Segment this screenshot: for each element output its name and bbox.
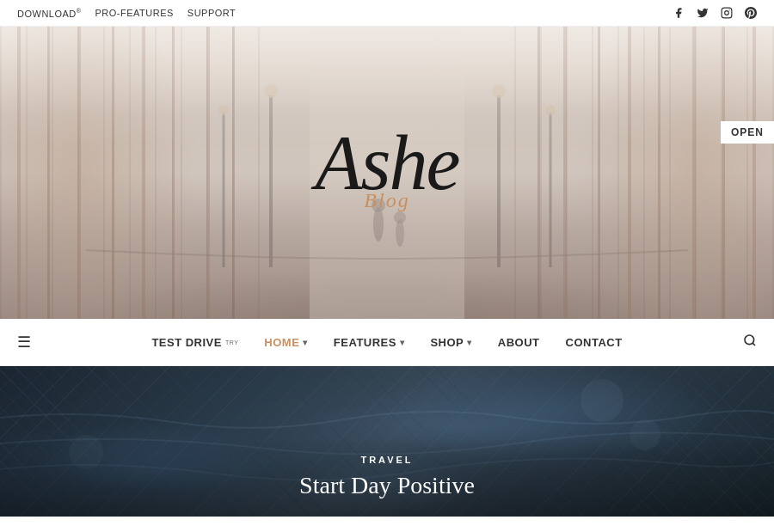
search-icon[interactable] (743, 333, 757, 351)
shop-chevron-icon: ▾ (467, 338, 472, 347)
svg-line-32 (752, 343, 755, 345)
svg-rect-6 (112, 27, 114, 319)
navbar-center: TEST DRIVETRY HOME ▾ FEATURES ▾ SHOP ▾ A… (31, 336, 743, 349)
top-bar-links: DOWNLOAD® PRO-FEATURES SUPPORT (17, 8, 236, 19)
svg-rect-14 (658, 27, 660, 319)
svg-rect-17 (563, 27, 567, 319)
nav-item-contact[interactable]: CONTACT (566, 336, 623, 349)
svg-point-26 (218, 105, 229, 115)
nav-item-testdrive[interactable]: TEST DRIVETRY (151, 336, 238, 349)
svg-rect-8 (172, 27, 175, 319)
nav-item-shop[interactable]: SHOP ▾ (430, 336, 471, 349)
navbar-right (743, 333, 757, 351)
svg-rect-11 (752, 27, 756, 319)
svg-rect-16 (598, 27, 600, 319)
featured-post-section[interactable]: TRAVEL Start Day Positive (0, 366, 774, 517)
svg-point-20 (492, 84, 506, 98)
svg-rect-0 (722, 8, 732, 18)
top-bar: DOWNLOAD® PRO-FEATURES SUPPORT (0, 0, 774, 27)
download-link[interactable]: DOWNLOAD® (17, 8, 81, 19)
social-icons (673, 7, 757, 19)
pro-features-link[interactable]: PRO-FEATURES (95, 8, 173, 18)
svg-rect-13 (692, 27, 696, 319)
svg-rect-10 (232, 27, 235, 319)
svg-rect-12 (722, 27, 725, 319)
featured-post-title[interactable]: Start Day Positive (299, 472, 475, 499)
navbar-left: ☰ (17, 333, 31, 352)
svg-point-35 (580, 379, 624, 422)
nav-item-home[interactable]: HOME ▾ (264, 336, 308, 349)
logo-container: Ashe Blog (316, 125, 459, 212)
svg-rect-15 (628, 27, 631, 319)
navbar: ☰ TEST DRIVETRY HOME ▾ FEATURES ▾ SHOP ▾… (0, 319, 774, 366)
svg-rect-4 (47, 27, 50, 319)
home-chevron-icon: ▾ (303, 338, 308, 347)
svg-point-31 (745, 335, 754, 345)
twitter-icon[interactable] (697, 7, 709, 19)
hero-section: OPEN Ashe Blog (0, 27, 774, 319)
support-link[interactable]: SUPPORT (187, 8, 236, 18)
svg-point-2 (729, 9, 730, 10)
nav-item-features[interactable]: FEATURES ▾ (334, 336, 405, 349)
svg-point-30 (394, 211, 406, 223)
featured-category-label: TRAVEL (360, 455, 413, 465)
testdrive-sup: TRY (225, 339, 238, 345)
svg-point-24 (545, 105, 556, 115)
instagram-icon[interactable] (721, 7, 733, 19)
hamburger-menu-icon[interactable]: ☰ (17, 333, 31, 352)
svg-rect-5 (77, 27, 81, 319)
facebook-icon[interactable] (673, 7, 685, 19)
svg-point-1 (725, 11, 729, 15)
svg-point-22 (264, 84, 278, 98)
svg-rect-18 (538, 27, 540, 319)
nav-item-about[interactable]: ABOUT (498, 336, 540, 349)
featured-content: TRAVEL Start Day Positive (0, 437, 774, 517)
open-badge-text: OPEN (731, 126, 764, 138)
features-chevron-icon: ▾ (400, 338, 405, 347)
svg-rect-7 (142, 27, 145, 319)
svg-rect-9 (206, 27, 210, 319)
svg-rect-3 (17, 27, 21, 319)
open-badge: OPEN (721, 121, 774, 144)
pinterest-icon[interactable] (745, 7, 757, 19)
